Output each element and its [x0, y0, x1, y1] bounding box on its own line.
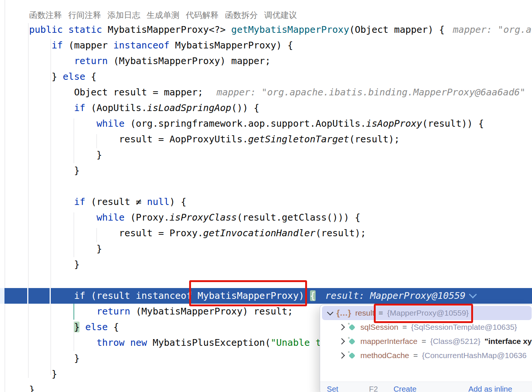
code-line[interactable]: while (org.springframework.aop.support.A… [0, 116, 532, 132]
code-text: } [29, 71, 63, 82]
code-line[interactable]: } [0, 147, 532, 163]
popup-footer-item: Set value...F2 [327, 385, 378, 392]
code-line[interactable]: result = AopProxyUtils.getSingletonTarge… [0, 132, 532, 147]
code-lens-action[interactable]: 函数注释 [29, 10, 62, 21]
code-text: (result)) { [422, 118, 484, 129]
code-text [29, 337, 97, 348]
code-lens: 函数注释行间注释添加日志生成单测代码解释函数拆分调优建议 [29, 10, 297, 21]
code-text: public static [29, 24, 108, 35]
code-lens-action[interactable]: 调优建议 [264, 10, 297, 21]
code-lens-action[interactable]: 行间注释 [68, 10, 101, 21]
popup-footer: Set value...F2Create renderer...Add as i… [320, 382, 532, 392]
chevron-right-icon[interactable] [339, 353, 345, 359]
code-line[interactable]: result = Proxy.getInvocationHandler(resu… [0, 225, 532, 241]
code-text: ) { [169, 196, 186, 207]
popup-action-link[interactable]: Create renderer... [394, 385, 453, 392]
code-line[interactable]: if (result ≠ null) { [0, 194, 532, 210]
code-text [29, 118, 97, 129]
variable-name: result [355, 309, 374, 317]
code-text: } [29, 353, 79, 364]
code-line[interactable]: } [0, 163, 532, 178]
inline-debug-hint: result: MapperProxy@10559 [325, 290, 466, 301]
code-text: "Unable t [270, 337, 321, 348]
code-text: } [29, 384, 35, 392]
code-text [29, 196, 74, 207]
code-text: } [29, 259, 79, 270]
code-text: while [97, 212, 130, 223]
code-text: getSingletonTarget [248, 134, 349, 145]
code-text [29, 102, 74, 113]
code-text: { [85, 71, 97, 82]
variable-value: {SqlSessionTemplate@10635} [411, 323, 517, 332]
code-text: ()) { [231, 102, 259, 113]
code-text: (mapper [68, 40, 113, 51]
code-text [29, 212, 97, 223]
code-text: null [147, 196, 169, 207]
code-line[interactable]: Object result = mapper;mapper: "org.apac… [0, 85, 532, 100]
code-text: (result); [316, 228, 366, 238]
code-lens-action[interactable]: 函数拆分 [225, 10, 258, 21]
code-text: if [74, 102, 91, 113]
code-text: } [29, 369, 57, 379]
popup-footer-item: Create renderer... [394, 385, 453, 392]
code-text: MybatisPlusException( [153, 337, 270, 348]
variable-row[interactable]: *methodCache={ConcurrentHashMap@10636 [320, 348, 532, 363]
code-text: } [74, 322, 79, 332]
code-text: if [74, 196, 91, 207]
code-text: (org.springframework.aop.support.AopUtil… [130, 118, 366, 129]
variable-value: {ConcurrentHashMap@10636 [422, 351, 527, 360]
popup-action-link[interactable]: Set value... [327, 385, 364, 392]
variable-name: methodCache [360, 351, 409, 360]
code-text: (result); [349, 134, 400, 145]
code-text: (Proxy. [130, 212, 169, 223]
code-text [29, 322, 74, 332]
code-line[interactable]: if (AopUtils.isLoadSpringAop()) { [0, 100, 532, 116]
code-text: return [74, 56, 113, 66]
chevron-down-icon[interactable] [327, 309, 334, 315]
field-tag-sparkle: * [348, 350, 350, 356]
code-line[interactable] [0, 178, 532, 194]
braces-icon: {…} [337, 308, 351, 318]
code-text: (Object mapper) { [349, 24, 445, 35]
code-text: getInvocationHandler [203, 228, 316, 238]
chevron-right-icon[interactable] [339, 324, 345, 331]
code-line[interactable]: public static MybatisMapperProxy<?> getM… [0, 22, 532, 38]
code-lens-action[interactable]: 代码解释 [186, 10, 219, 21]
code-text: } [29, 149, 102, 160]
code-lens-action[interactable]: 生成单测 [147, 10, 179, 21]
variable-value: {Class@5212} [430, 337, 481, 346]
code-text: throw new [97, 337, 153, 348]
inline-debug-hint: mapper: "org.apache.ibatis.binding.Mappe… [217, 87, 526, 98]
code-text: MybatisMapperProxy) { [169, 40, 293, 51]
variable-name: mapperInterface [360, 337, 417, 346]
code-line[interactable]: if (mapper instanceof MybatisMapperProxy… [0, 38, 532, 53]
code-line[interactable]: } else { [0, 69, 532, 85]
code-text: else [63, 71, 85, 82]
code-text [29, 40, 51, 51]
equals-sign: = [403, 323, 407, 332]
code-text: (AopUtils. [91, 102, 147, 113]
inline-hint-chevron-icon[interactable] [469, 291, 477, 298]
code-line[interactable]: while (Proxy.isProxyClass(result.getClas… [0, 210, 532, 225]
code-text: (MybatisMapperProxy) result; [136, 306, 293, 317]
code-text [29, 306, 97, 317]
code-lens-action[interactable]: 添加日志 [107, 10, 140, 21]
code-text: (result ≠ [91, 196, 147, 207]
code-text: MybatisMapperProxy<?> [108, 24, 231, 35]
variable-name: sqlSession [360, 323, 398, 332]
code-text: result = AopProxyUtils. [29, 134, 248, 145]
code-line[interactable]: return (MybatisMapperProxy) mapper; [0, 53, 532, 69]
inline-debug-hint: mapper: "org.a [453, 24, 532, 35]
chevron-right-icon[interactable] [339, 338, 345, 345]
popup-footer-item: Add as inline watch [469, 385, 532, 392]
code-text: { [108, 322, 119, 332]
code-line[interactable]: } [0, 241, 532, 257]
code-text: while [97, 118, 130, 129]
popup-action-link[interactable]: Add as inline watch [469, 385, 532, 392]
equals-sign: = [422, 337, 426, 346]
code-text: if [51, 40, 68, 51]
code-text: isProxyClass [169, 212, 237, 223]
code-line[interactable]: } [0, 257, 532, 272]
variable-row[interactable]: *mapperInterface={Class@5212}"interface … [320, 334, 532, 348]
code-text [29, 56, 74, 66]
